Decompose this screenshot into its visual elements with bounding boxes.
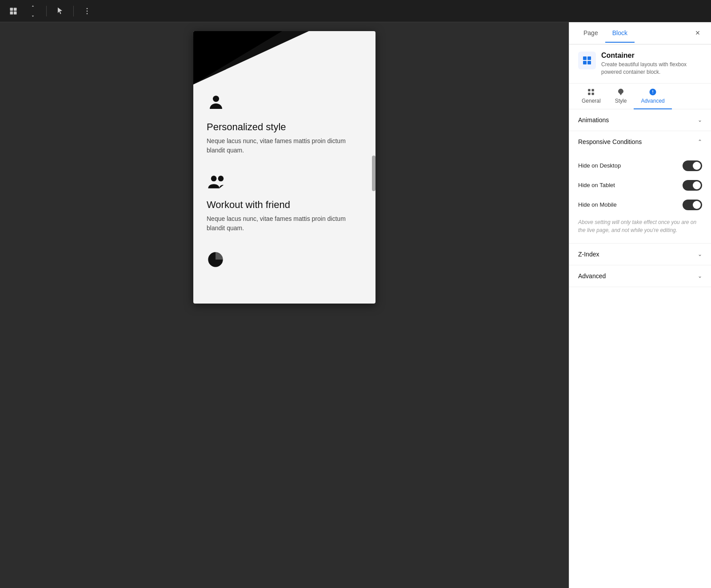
svg-rect-3 xyxy=(14,11,17,14)
sub-tabs: General Style Advanced xyxy=(569,84,711,109)
block-icon-wrap xyxy=(578,52,596,69)
z-index-header[interactable]: Z-Index ⌄ xyxy=(569,244,711,265)
divider-2 xyxy=(73,6,74,16)
right-panel: Page Block × Container Create beautiful … xyxy=(569,22,711,588)
hide-desktop-row: Hide on Desktop xyxy=(578,156,702,176)
chart-icon xyxy=(207,251,362,272)
svg-rect-17 xyxy=(592,92,594,95)
animations-title: Animations xyxy=(578,116,609,124)
svg-rect-15 xyxy=(592,89,594,91)
responsive-conditions-title: Responsive Conditions xyxy=(578,138,642,145)
style-icon xyxy=(617,88,625,96)
canvas-area[interactable]: Personalized style Neque lacus nunc, vit… xyxy=(0,22,569,588)
block-description: Create beautiful layouts with flexbox po… xyxy=(601,61,702,76)
block-info: Container Create beautiful layouts with … xyxy=(569,44,711,84)
panel-tabs: Page Block × xyxy=(569,22,711,44)
feature-item-2: Workout with friend Neque lacus nunc, vi… xyxy=(207,173,362,233)
advanced-section: Advanced ⌄ xyxy=(569,265,711,287)
hide-tablet-toggle[interactable] xyxy=(683,180,702,191)
scroll-bar[interactable] xyxy=(372,156,375,191)
svg-rect-14 xyxy=(588,89,591,91)
select-icon[interactable] xyxy=(52,3,68,19)
svg-rect-10 xyxy=(583,56,587,60)
hide-mobile-row: Hide on Mobile xyxy=(578,195,702,215)
phone-mockup: Personalized style Neque lacus nunc, vit… xyxy=(193,31,375,304)
block-name: Container xyxy=(601,52,702,60)
hide-mobile-label: Hide on Mobile xyxy=(578,201,617,208)
advanced-icon xyxy=(649,88,657,96)
animations-header[interactable]: Animations ⌄ xyxy=(569,109,711,131)
svg-rect-0 xyxy=(10,8,13,11)
svg-point-7 xyxy=(213,96,219,102)
layout-icon[interactable] xyxy=(5,3,21,19)
advanced-title: Advanced xyxy=(578,272,606,280)
responsive-conditions-body: Hide on Desktop Hide on Tablet Hide on M… xyxy=(569,152,711,243)
hide-tablet-row: Hide on Tablet xyxy=(578,176,702,195)
hide-mobile-toggle[interactable] xyxy=(683,200,702,210)
toolbar xyxy=(0,0,711,22)
divider-1 xyxy=(46,6,47,16)
svg-rect-13 xyxy=(587,61,591,64)
responsive-conditions-chevron: ⌃ xyxy=(698,139,702,145)
hide-tablet-label: Hide on Tablet xyxy=(578,182,615,188)
responsive-conditions-section: Responsive Conditions ⌃ Hide on Desktop … xyxy=(569,131,711,244)
sub-tab-style[interactable]: Style xyxy=(608,84,634,109)
phone-content: Personalized style Neque lacus nunc, vit… xyxy=(193,84,375,304)
svg-rect-1 xyxy=(14,8,17,11)
feature-desc-1: Neque lacus nunc, vitae fames mattis pro… xyxy=(207,136,362,155)
person-icon xyxy=(207,93,362,116)
z-index-chevron: ⌄ xyxy=(698,251,702,257)
sub-tab-general[interactable]: General xyxy=(575,84,608,109)
svg-point-8 xyxy=(211,176,217,181)
sub-tab-style-label: Style xyxy=(615,98,627,104)
sub-tab-advanced[interactable]: Advanced xyxy=(634,84,671,109)
svg-rect-16 xyxy=(588,92,591,95)
hide-desktop-toggle[interactable] xyxy=(683,160,702,171)
general-icon xyxy=(587,88,595,96)
feature-desc-2: Neque lacus nunc, vitae fames mattis pro… xyxy=(207,214,362,233)
phone-header xyxy=(193,31,375,84)
move-up-down-icon[interactable] xyxy=(25,3,41,19)
svg-rect-2 xyxy=(10,11,13,14)
responsive-conditions-header[interactable]: Responsive Conditions ⌃ xyxy=(569,131,711,152)
feature-title-2: Workout with friend xyxy=(207,199,362,211)
main-area: Personalized style Neque lacus nunc, vit… xyxy=(0,22,711,588)
responsive-info-text: Above setting will only take effect once… xyxy=(578,215,702,236)
svg-rect-11 xyxy=(587,56,591,60)
sub-tab-advanced-label: Advanced xyxy=(641,98,664,104)
svg-rect-12 xyxy=(583,61,587,64)
tab-page[interactable]: Page xyxy=(576,24,605,43)
animations-chevron: ⌄ xyxy=(698,117,702,123)
z-index-section: Z-Index ⌄ xyxy=(569,244,711,265)
feature-item-3 xyxy=(207,251,362,272)
block-info-text: Container Create beautiful layouts with … xyxy=(601,52,702,76)
svg-point-9 xyxy=(218,176,224,181)
animations-section: Animations ⌄ xyxy=(569,109,711,131)
tab-block[interactable]: Block xyxy=(605,24,635,43)
close-button[interactable]: × xyxy=(691,27,704,40)
advanced-chevron: ⌄ xyxy=(698,273,702,279)
hide-desktop-label: Hide on Desktop xyxy=(578,162,621,169)
feature-title-1: Personalized style xyxy=(207,121,362,133)
svg-point-5 xyxy=(87,10,88,12)
svg-point-6 xyxy=(87,13,88,14)
more-icon[interactable] xyxy=(79,3,95,19)
advanced-header[interactable]: Advanced ⌄ xyxy=(569,265,711,287)
group-icon xyxy=(207,173,362,194)
svg-point-4 xyxy=(87,8,88,9)
feature-item-1: Personalized style Neque lacus nunc, vit… xyxy=(207,93,362,155)
z-index-title: Z-Index xyxy=(578,251,599,258)
sub-tab-general-label: General xyxy=(582,98,601,104)
container-icon xyxy=(582,55,592,66)
